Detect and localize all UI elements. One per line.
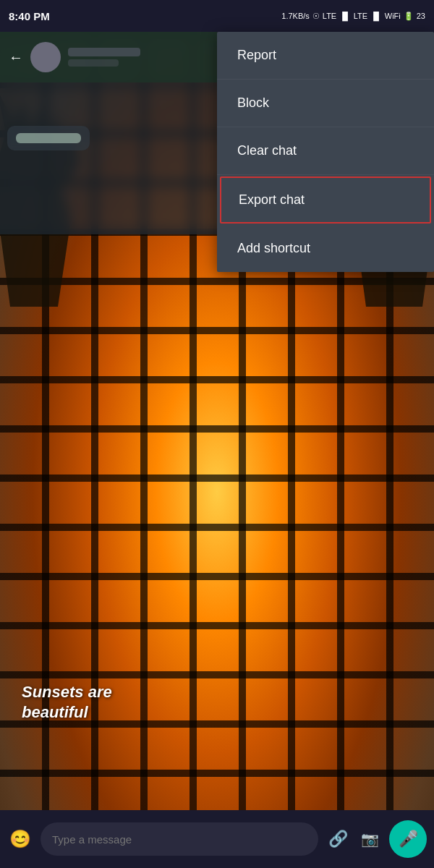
status-bar: 8:40 PM 1.7KB/s ☉ LTE ▐▌ LTE ▐▌ WiFi 🔋 2… <box>0 0 434 32</box>
input-bar: 😊 🔗 📷 🎤 <box>0 810 434 868</box>
menu-item-report[interactable]: Report <box>217 32 434 80</box>
battery-icon: 🔋 <box>404 12 414 21</box>
menu-item-clear-chat[interactable]: Clear chat <box>217 127 434 175</box>
menu-item-add-shortcut[interactable]: Add shortcut <box>217 225 434 272</box>
battery-level: 23 <box>417 12 425 20</box>
mic-button[interactable]: 🎤 <box>389 820 427 858</box>
contact-info <box>68 48 208 67</box>
signal-icon: ☉ <box>312 12 320 21</box>
network-speed: 1.7KB/s <box>281 12 310 20</box>
back-arrow-icon[interactable]: ← <box>9 49 23 66</box>
sunset-caption: Sunsets are beautiful <box>22 682 112 723</box>
status-time: 8:40 PM <box>9 10 50 22</box>
signal-bars-1: ▐▌ <box>339 12 351 20</box>
lte-icon-2: LTE <box>354 12 367 20</box>
context-menu: Report Block Clear chat Export chat Add … <box>217 32 434 272</box>
wifi-icon: WiFi <box>385 12 401 20</box>
message-bubble-2 <box>7 126 90 150</box>
lte-icon: LTE <box>323 12 336 20</box>
camera-icon: 📷 <box>361 831 379 847</box>
menu-item-export-chat[interactable]: Export chat <box>220 176 431 224</box>
menu-item-block[interactable]: Block <box>217 80 434 127</box>
status-icons: 1.7KB/s ☉ LTE ▐▌ LTE ▐▌ WiFi 🔋 23 <box>281 12 425 21</box>
camera-button[interactable]: 📷 <box>357 827 382 851</box>
emoji-icon: 😊 <box>9 829 31 849</box>
emoji-button[interactable]: 😊 <box>7 826 33 852</box>
chat-header: ← <box>0 32 217 82</box>
attach-button[interactable]: 🔗 <box>326 827 350 851</box>
mic-icon: 🎤 <box>399 830 418 848</box>
bubble-text-2 <box>16 133 81 143</box>
contact-name <box>68 48 140 56</box>
contact-status <box>68 59 119 67</box>
caption-line2: beautiful <box>22 702 112 723</box>
attach-icon: 🔗 <box>328 830 348 848</box>
signal-bars-2: ▐▌ <box>370 12 382 20</box>
avatar <box>30 42 61 72</box>
message-input[interactable] <box>41 822 318 856</box>
caption-line1: Sunsets are <box>22 682 112 703</box>
